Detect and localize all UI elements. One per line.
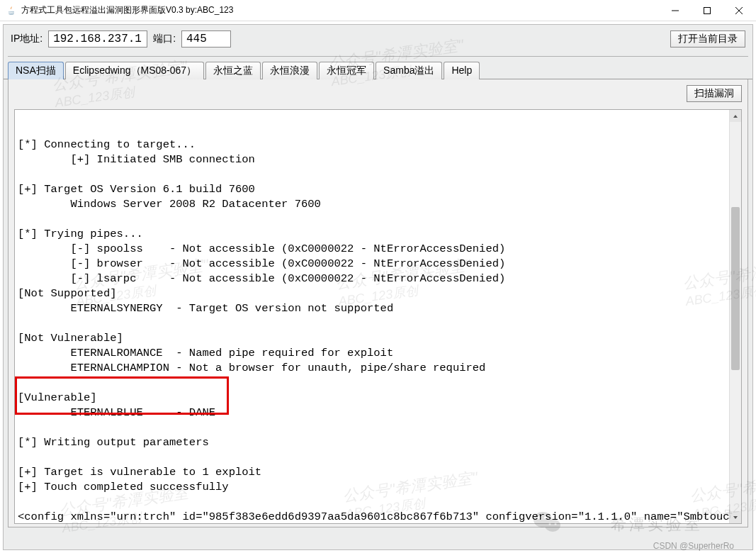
footer-credit: CSDN @SuperherRo (653, 541, 734, 551)
port-label: 端口: (153, 33, 176, 45)
window-titlebar: 方程式工具包远程溢出漏洞图形界面版V0.3 by:ABC_123 (0, 0, 756, 21)
vertical-scrollbar[interactable] (729, 110, 741, 523)
java-icon (6, 5, 17, 16)
footer-wm-name: 希潭实验室 (611, 514, 703, 535)
tab-eternalchampion[interactable]: 永恒冠军 (319, 62, 374, 79)
app-body: IP地址: 端口: 打开当前目录 NSA扫描 Eclipsedwing（MS08… (3, 24, 753, 550)
tab-bar: NSA扫描 Eclipsedwing（MS08-067） 永恒之蓝 永恒浪漫 永… (4, 57, 752, 79)
scan-output[interactable]: [*] Connecting to target... [+] Initiate… (15, 121, 741, 525)
tab-help[interactable]: Help (444, 62, 480, 79)
ip-label: IP地址: (11, 33, 43, 45)
close-button[interactable] (723, 0, 755, 21)
svg-point-2 (545, 519, 560, 532)
tab-eclipsedwing[interactable]: Eclipsedwing（MS08-067） (65, 62, 204, 79)
ip-input[interactable] (48, 30, 147, 48)
tab-content: 扫描漏洞 [*] Connecting to target... [+] Ini… (8, 79, 748, 527)
footer-wm-sub: 公众号 (703, 508, 733, 521)
svg-point-3 (538, 516, 541, 519)
svg-point-5 (549, 523, 551, 525)
output-panel: [*] Connecting to target... [+] Initiate… (14, 109, 742, 524)
tab-nsa-scan[interactable]: NSA扫描 (8, 62, 64, 79)
tab-eternalblue[interactable]: 永恒之蓝 (205, 62, 261, 79)
scroll-thumb[interactable] (731, 207, 740, 370)
window-title: 方程式工具包远程溢出漏洞图形界面版V0.3 by:ABC_123 (21, 4, 659, 16)
port-input[interactable] (181, 30, 231, 48)
open-dir-button[interactable]: 打开当前目录 (670, 30, 745, 48)
minimize-button[interactable] (659, 0, 691, 21)
svg-rect-0 (704, 7, 710, 13)
svg-point-4 (544, 516, 547, 519)
tab-eternalromance[interactable]: 永恒浪漫 (262, 62, 317, 79)
tab-samba[interactable]: Samba溢出 (376, 62, 442, 79)
connection-toolbar: IP地址: 端口: 打开当前目录 (4, 25, 752, 55)
maximize-button[interactable] (691, 0, 723, 21)
svg-point-6 (555, 523, 557, 525)
scroll-track[interactable] (730, 122, 741, 511)
scroll-up-button[interactable] (730, 110, 741, 122)
wechat-icon (533, 510, 561, 538)
scan-button[interactable]: 扫描漏洞 (687, 85, 742, 102)
